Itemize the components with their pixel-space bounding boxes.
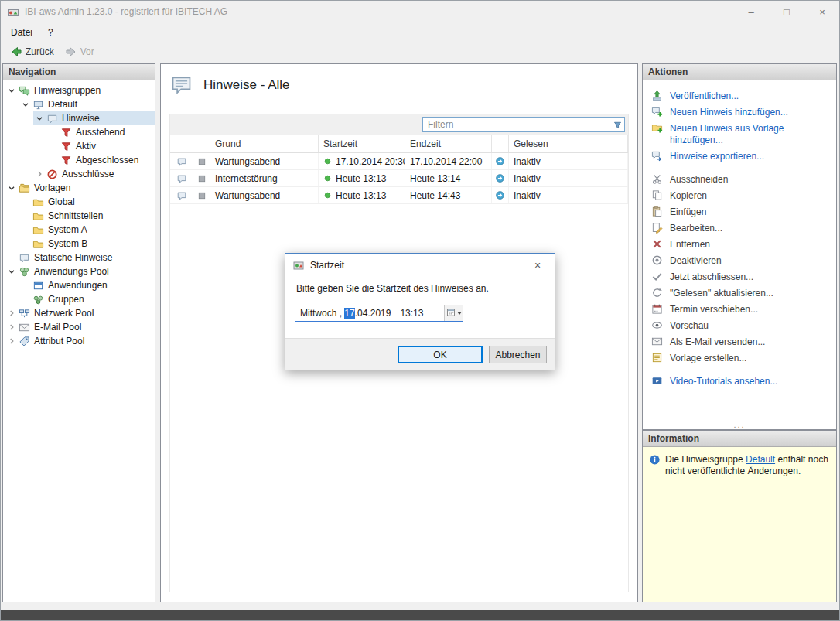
column-header-icon2[interactable] xyxy=(193,135,210,152)
ok-button[interactable]: OK xyxy=(398,346,483,363)
datetime-dropdown-button[interactable] xyxy=(444,305,463,321)
tree-item-vorlagen[interactable]: Vorlagen xyxy=(3,181,155,195)
minimize-button[interactable]: – xyxy=(733,0,769,23)
startzeit-dialog: Startzeit × Bitte geben Sie die Startzei… xyxy=(285,253,555,370)
filter-input[interactable] xyxy=(423,119,610,130)
maximize-button[interactable]: □ xyxy=(769,0,804,23)
table-row[interactable]: InternetstörungHeute 13:13Heute 13:14Ina… xyxy=(170,170,628,187)
tree-item-e-mail-pool[interactable]: E-Mail Pool xyxy=(3,320,155,334)
column-header-statusicon[interactable] xyxy=(492,135,509,152)
filter-funnel-icon[interactable] xyxy=(610,120,624,130)
action-termin-verschieben[interactable]: Termin verschieben... xyxy=(650,302,830,318)
action-gelesen-aktualisieren[interactable]: "Gelesen" aktualisieren... xyxy=(650,285,830,302)
copy-icon xyxy=(651,189,664,202)
dialog-close-button[interactable]: × xyxy=(521,254,555,277)
action-entfernen[interactable]: Entfernen xyxy=(650,237,830,253)
tree-item-abgeschlossen[interactable]: Abgeschlossen xyxy=(3,153,155,167)
tree-item-system-a[interactable]: System A xyxy=(3,223,155,237)
tree-item-schnittstellen[interactable]: Schnittstellen xyxy=(3,209,155,223)
action-label: Entfernen xyxy=(670,239,710,251)
action-bearbeiten[interactable]: Bearbeiten... xyxy=(650,220,830,237)
forward-button[interactable]: Vor xyxy=(60,44,100,60)
action-vorschau[interactable]: Vorschau xyxy=(650,318,830,334)
action-video-tutorials-ansehen[interactable]: Video-Tutorials ansehen... xyxy=(650,374,830,390)
actions-panel: Aktionen Veröffentlichen...Neuen Hinweis… xyxy=(642,63,837,430)
tree-item-default[interactable]: Default xyxy=(3,97,155,111)
tree-item-hinweisgruppen[interactable]: Hinweisgruppen xyxy=(3,84,155,97)
publish-icon xyxy=(651,90,664,102)
bubble-icon xyxy=(46,112,58,125)
tree-item-aktiv[interactable]: Aktiv xyxy=(3,139,155,153)
tree-item-netzwerk-pool[interactable]: Netzwerk Pool xyxy=(3,306,155,320)
action-label: Deaktivieren xyxy=(670,255,722,267)
table-row[interactable]: WartungsabendHeute 13:13Heute 14:43Inakt… xyxy=(170,187,628,204)
chevron-down-icon[interactable] xyxy=(33,112,46,125)
paste-icon xyxy=(651,206,664,218)
column-header-icon1[interactable] xyxy=(170,135,193,152)
close-button[interactable]: × xyxy=(804,0,840,23)
tree-item-attribut-pool[interactable]: Attribut Pool xyxy=(3,334,155,348)
action-hinweise-exportieren[interactable]: Hinweise exportieren... xyxy=(650,148,830,165)
tree-item-label: Abgeschlossen xyxy=(76,153,138,167)
datetime-picker[interactable]: Mittwoch , 17.04.201913:13 xyxy=(295,305,463,322)
chevron-down-icon[interactable] xyxy=(19,98,32,111)
tree-item-global[interactable]: Global xyxy=(3,195,155,209)
column-header-grund[interactable]: Grund xyxy=(210,135,319,152)
tree-indent-spacer xyxy=(19,237,32,250)
tree-item-hinweise[interactable]: Hinweise xyxy=(3,111,155,125)
tree-item-ausschluesse[interactable]: Ausschlüsse xyxy=(3,167,155,181)
chevron-down-icon[interactable] xyxy=(5,265,18,278)
tree-item-ausstehend[interactable]: Ausstehend xyxy=(3,125,155,139)
chevron-right-icon[interactable] xyxy=(5,335,18,347)
tree-item-label: Ausschlüsse xyxy=(62,167,114,181)
action-deaktivieren[interactable]: Deaktivieren xyxy=(650,253,830,269)
column-header-gelesen[interactable]: Gelesen xyxy=(509,135,628,152)
action-jetzt-abschliessen[interactable]: Jetzt abschliessen... xyxy=(650,269,830,285)
chevron-down-icon[interactable] xyxy=(5,182,18,194)
tree-item-anwendungs-pool[interactable]: Anwendungs Pool xyxy=(3,264,155,278)
action-neuen-hinweis-hinzufuegen[interactable]: Neuen Hinweis hinzufügen... xyxy=(650,104,830,121)
actions-splitter[interactable]: ... xyxy=(643,421,836,428)
column-header-endzeit[interactable]: Endzeit xyxy=(405,135,492,152)
action-kopieren[interactable]: Kopieren xyxy=(650,188,830,204)
tree-item-gruppen[interactable]: Gruppen xyxy=(3,292,155,306)
tree-indent-spacer xyxy=(19,279,32,292)
cancel-button[interactable]: Abbrechen xyxy=(489,346,547,363)
cut-icon xyxy=(651,173,664,186)
refresh-icon xyxy=(651,287,664,299)
menu-datei[interactable]: Datei xyxy=(11,27,32,38)
action-veroeffentlichen[interactable]: Veröffentlichen... xyxy=(650,88,830,104)
chevron-right-icon[interactable] xyxy=(33,168,46,180)
action-neuen-hinweis-aus-vorlage-hinzufuegen[interactable]: Neuen Hinweis aus Vorlage hinzufügen... xyxy=(650,121,830,148)
tree-item-statische-hinweise[interactable]: Statische Hinweise xyxy=(3,251,155,264)
gelesen-status-icon xyxy=(492,187,509,203)
action-als-e-mail-versenden[interactable]: Als E-Mail versenden... xyxy=(650,334,830,350)
table-row[interactable]: Wartungsabend17.10.2014 20:3017.10.2014 … xyxy=(170,153,628,170)
action-label: "Gelesen" aktualisieren... xyxy=(670,288,773,299)
column-header-startzeit[interactable]: Startzeit xyxy=(319,135,405,152)
menu-help[interactable]: ? xyxy=(48,27,53,38)
gelesen-status-icon xyxy=(492,170,509,186)
default-group-link[interactable]: Default xyxy=(746,454,775,465)
tree-item-system-b[interactable]: System B xyxy=(3,237,155,251)
action-einfuegen[interactable]: Einfügen xyxy=(650,204,830,220)
chevron-down-icon[interactable] xyxy=(5,84,18,97)
hinweise-icon xyxy=(171,75,193,95)
action-vorlage-erstellen[interactable]: Vorlage erstellen... xyxy=(650,350,830,367)
gelesen-status-icon xyxy=(492,153,509,169)
folders-icon xyxy=(18,182,30,194)
chevron-right-icon[interactable] xyxy=(5,307,18,319)
tree-indent-spacer xyxy=(19,196,32,208)
cell-startzeit: 17.10.2014 20:30 xyxy=(319,153,405,169)
back-button[interactable]: Zurück xyxy=(5,44,60,60)
tree-indent-spacer xyxy=(47,126,60,138)
tree-item-anwendungen[interactable]: Anwendungen xyxy=(3,278,155,292)
action-ausschneiden[interactable]: Ausschneiden xyxy=(650,172,830,188)
video-icon xyxy=(651,375,664,387)
app-logo-icon xyxy=(7,5,19,18)
attribute-icon xyxy=(18,335,30,347)
tree-item-label: Hinweisgruppen xyxy=(34,84,101,97)
action-label: Neuen Hinweis aus Vorlage hinzufügen... xyxy=(670,123,828,146)
chevron-right-icon[interactable] xyxy=(5,321,18,333)
filter-bar xyxy=(170,114,628,135)
